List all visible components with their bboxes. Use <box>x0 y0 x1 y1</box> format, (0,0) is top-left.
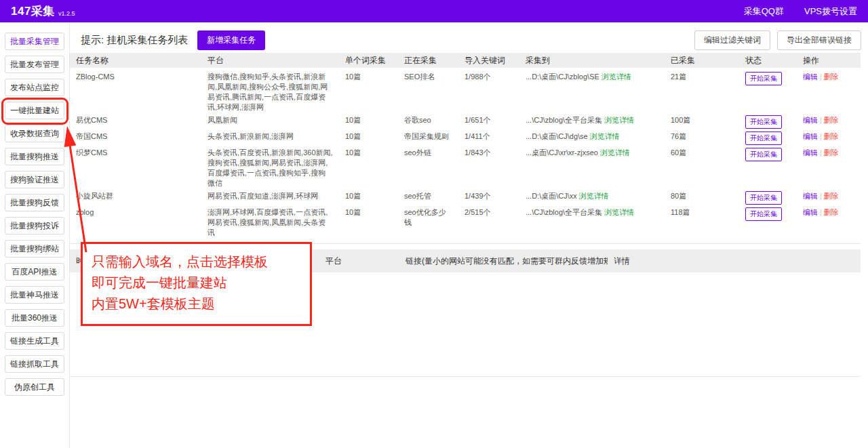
col-save-path: 采集到 <box>519 53 665 68</box>
ops-cell: 编辑|删除 <box>797 130 861 146</box>
browse-details-link[interactable]: 浏览详情 <box>590 132 620 140</box>
sidebar-item-index-query[interactable]: 收录数据查询 <box>5 125 64 142</box>
edit-filter-keywords-button[interactable]: 编辑过滤关键词 <box>694 30 770 50</box>
task-name-cell: 小旋风站群 <box>70 190 201 206</box>
start-collect-button[interactable]: 开始采集 <box>745 191 782 205</box>
col-log-platform: 平台 <box>319 249 399 272</box>
edit-link[interactable]: 编辑 <box>803 73 818 81</box>
sidebar-item-link-grab[interactable]: 链接抓取工具 <box>5 355 64 373</box>
sidebar-item-sogou-bind[interactable]: 批量搜狗绑站 <box>5 240 64 258</box>
platform-cell: 网易资讯,百度知道,澎湃网,环球网 <box>201 190 339 206</box>
collected-cell: 21篇 <box>665 68 739 114</box>
start-collect-button[interactable]: 开始采集 <box>745 131 782 145</box>
delete-link[interactable]: 删除 <box>824 208 839 216</box>
sidebar-item-one-key-site[interactable]: 一键批量建站 <box>5 102 64 119</box>
sidebar-item-batch-collect[interactable]: 批量采集管理 <box>5 33 64 50</box>
start-collect-button[interactable]: 开始采集 <box>745 148 782 161</box>
platform-cell: 头条资讯,百度资讯,新浪新闻,360新闻,搜狗资讯,搜狐新闻,网易资讯,澎湃网,… <box>201 146 339 190</box>
col-task-name: 任务名称 <box>70 53 201 68</box>
save-path: ...\CJ\zblog\全平台采集 <box>526 116 602 124</box>
col-status: 状态 <box>739 53 797 68</box>
tasks-header-row: 任务名称 平台 单个词采集 正在采集 导入关键词 采集到 已采集 状态 操作 <box>70 53 861 68</box>
platform-cell: 凤凰新闻 <box>201 114 339 130</box>
edit-link[interactable]: 编辑 <box>803 148 818 157</box>
save-path: ...桌面\CJ\xr\xr-zjxseo <box>526 148 598 157</box>
app-window: 147采集 v1.2.5 采集QQ群 VPS拨号设置 批量采集管理 批量发布管理… <box>0 0 868 448</box>
platform-cell: 头条资讯,新浪新闻,澎湃网 <box>201 130 339 146</box>
save-path: ...D:\桌面\CJ\zblog\SE <box>526 73 599 81</box>
edit-link[interactable]: 编辑 <box>803 132 818 140</box>
col-imported-keywords: 导入关键词 <box>458 53 519 68</box>
delete-link[interactable]: 删除 <box>824 192 839 200</box>
collected-cell: 80篇 <box>665 190 739 206</box>
sidebar-item-sogou-feedback[interactable]: 批量搜狗反馈 <box>5 194 64 211</box>
delete-link[interactable]: 删除 <box>824 73 839 81</box>
annotation-line: 只需输入域名，点击选择模板 <box>92 251 306 272</box>
version-label: v1.2.5 <box>58 10 75 17</box>
keywords-cell: 2/515个 <box>458 206 519 244</box>
add-task-button[interactable]: 新增采集任务 <box>197 30 265 50</box>
annotation-line: 内置5W+套模板主题 <box>92 293 306 314</box>
browse-details-link[interactable]: 浏览详情 <box>601 73 631 81</box>
task-name-cell: 易优CMS <box>70 114 201 130</box>
browse-details-link[interactable]: 浏览详情 <box>604 208 634 216</box>
ops-separator: | <box>820 132 822 140</box>
collecting-cell: seo托管 <box>398 190 458 206</box>
start-collect-button[interactable]: 开始采集 <box>745 72 782 85</box>
sidebar-item-site-monitor[interactable]: 发布站点监控 <box>5 79 64 96</box>
sidebar-item-pseudo-original[interactable]: 伪原创工具 <box>5 378 64 396</box>
vps-settings-link[interactable]: VPS拨号设置 <box>804 5 857 18</box>
collected-cell: 100篇 <box>665 114 739 130</box>
browse-details-link[interactable]: 浏览详情 <box>604 116 634 124</box>
browse-details-link[interactable]: 浏览详情 <box>600 148 630 157</box>
sidebar: 批量采集管理 批量发布管理 发布站点监控 一键批量建站 收录数据查询 批量搜狗推… <box>0 22 70 448</box>
col-operations: 操作 <box>797 53 861 68</box>
save-path-cell: ...\CJ\zblog\全平台采集 浏览详情 <box>519 114 665 130</box>
sidebar-item-baidu-api[interactable]: 百度API推送 <box>5 263 64 281</box>
delete-link[interactable]: 删除 <box>824 148 839 157</box>
collecting-cell: seo外链 <box>398 146 458 190</box>
sidebar-item-sogou-push[interactable]: 批量搜狗推送 <box>5 148 64 165</box>
col-collecting: 正在采集 <box>398 53 458 68</box>
toolbar: 提示: 挂机采集任务列表 新增采集任务 编辑过滤关键词 导出全部错误链接 <box>70 22 868 53</box>
ops-cell: 编辑|删除 <box>797 206 861 244</box>
start-collect-button[interactable]: 开始采集 <box>745 207 782 221</box>
tasks-table: 任务名称 平台 单个词采集 正在采集 导入关键词 采集到 已采集 状态 操作 Z… <box>70 53 861 244</box>
sidebar-item-sogou-verify[interactable]: 搜狗验证推送 <box>5 171 64 188</box>
status-cell: 开始采集 <box>739 130 797 146</box>
edit-link[interactable]: 编辑 <box>803 116 818 124</box>
main-content: 提示: 挂机采集任务列表 新增采集任务 编辑过滤关键词 导出全部错误链接 任务名… <box>70 22 868 448</box>
task-row: zblog 澎湃网,环球网,百度爆资讯,一点资讯,网易资讯,搜狐新闻,凤凰新闻,… <box>70 206 861 244</box>
sidebar-item-360-push[interactable]: 批量360推送 <box>5 309 64 327</box>
annotation-callout: 只需输入域名，点击选择模板 即可完成一键批量建站 内置5W+套模板主题 <box>81 242 312 326</box>
per-keyword-cell: 10篇 <box>339 146 398 190</box>
collecting-cell: 帝国采集规则 <box>398 130 458 146</box>
per-keyword-cell: 10篇 <box>339 68 398 114</box>
keywords-cell: 1/439个 <box>458 190 519 206</box>
col-link-note: 链接(量小的网站可能没有匹配，如需要可群内反馈增加规则) <box>399 249 608 272</box>
task-name-cell: zblog <box>70 206 201 244</box>
edit-link[interactable]: 编辑 <box>803 192 818 200</box>
sidebar-item-batch-publish[interactable]: 批量发布管理 <box>5 56 64 73</box>
qq-group-link[interactable]: 采集QQ群 <box>744 5 784 18</box>
platform-cell: 澎湃网,环球网,百度爆资讯,一点资讯,网易资讯,搜狐新闻,凤凰新闻,头条资讯 <box>201 206 339 244</box>
start-collect-button[interactable]: 开始采集 <box>745 115 782 129</box>
app-brand: 147采集 <box>11 3 55 19</box>
export-error-links-button[interactable]: 导出全部错误链接 <box>777 30 861 50</box>
save-path-cell: ...桌面\CJ\xr\xr-zjxseo 浏览详情 <box>519 146 665 190</box>
edit-link[interactable]: 编辑 <box>803 208 818 216</box>
task-name-cell: 帝国CMS <box>70 130 201 146</box>
ops-separator: | <box>820 148 822 157</box>
delete-link[interactable]: 删除 <box>824 116 839 124</box>
sidebar-item-sogou-complaint[interactable]: 批量搜狗投诉 <box>5 217 64 235</box>
ops-separator: | <box>820 192 822 200</box>
save-path: ...\CJ\zblog\全平台采集 <box>526 208 602 216</box>
sidebar-item-link-generate[interactable]: 链接生成工具 <box>5 332 64 350</box>
browse-details-link[interactable]: 浏览详情 <box>579 192 609 200</box>
delete-link[interactable]: 删除 <box>824 132 839 140</box>
collecting-cell: 谷歌seo <box>398 114 458 130</box>
per-keyword-cell: 10篇 <box>339 190 398 206</box>
page-title: 提示: 挂机采集任务列表 <box>81 34 188 47</box>
sidebar-item-shenma-push[interactable]: 批量神马推送 <box>5 286 64 304</box>
per-keyword-cell: 10篇 <box>339 130 398 146</box>
